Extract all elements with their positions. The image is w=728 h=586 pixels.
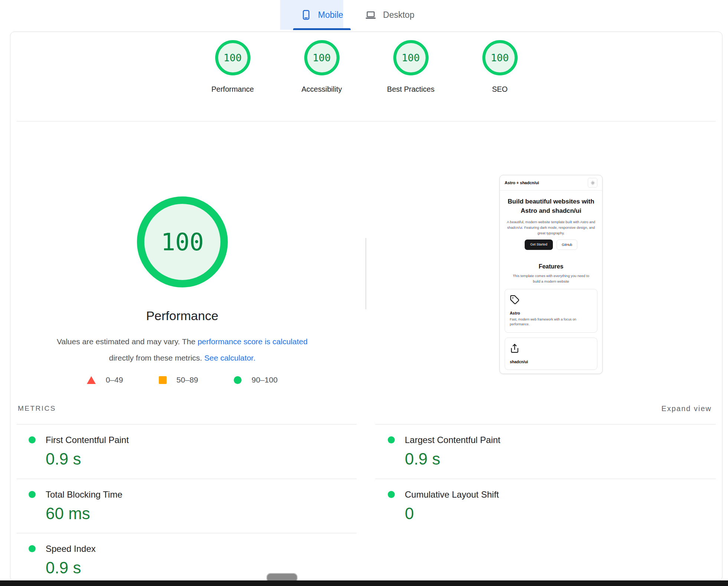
- pass-dot-icon: [29, 545, 36, 552]
- pagespeed-report: Mobile Desktop 100 Performance 100 Acces…: [0, 0, 728, 586]
- divider: [17, 424, 357, 424]
- smartphone-icon: [301, 9, 312, 20]
- legend-average-range: 50–89: [177, 375, 198, 384]
- score-seo-label: SEO: [492, 85, 508, 94]
- active-tab-indicator: [293, 28, 351, 30]
- preview-feature2-name: shadcn/ui: [510, 359, 592, 364]
- disclaimer-text-2: directly from these metrics.: [109, 354, 204, 362]
- divider: [375, 424, 716, 424]
- pass-dot-icon: [29, 491, 36, 498]
- metric-value: 0.9 s: [29, 559, 96, 577]
- device-tabbar: Mobile Desktop: [0, 0, 728, 32]
- legend-fail: 0–49: [87, 375, 123, 384]
- metric-name: Speed Index: [29, 544, 96, 554]
- preview-get-started-button: Get Started: [525, 240, 553, 250]
- metric-speed-index: Speed Index 0.9 s: [29, 544, 96, 577]
- score-accessibility-label: Accessibility: [302, 85, 342, 94]
- preview-hero-text: A beautiful, modern website template bui…: [506, 219, 596, 236]
- pass-dot-icon: [388, 491, 395, 498]
- score-accessibility[interactable]: 100 Accessibility: [277, 40, 366, 94]
- preview-buttons: Get Started GitHub: [500, 240, 602, 250]
- metric-total-blocking-time: Total Blocking Time 60 ms: [29, 489, 122, 523]
- performance-disclaimer: Values are estimated and may vary. The p…: [49, 333, 316, 366]
- metric-value: 0.9 s: [388, 450, 501, 468]
- expand-view-button[interactable]: Expand view: [662, 404, 712, 413]
- metrics-heading: METRICS: [18, 404, 56, 413]
- performance-gauge: 100: [137, 196, 228, 287]
- score-legend: 0–49 50–89 90–100: [34, 375, 331, 384]
- legend-pass: 90–100: [234, 375, 278, 384]
- metric-name: Cumulative Layout Shift: [388, 489, 499, 500]
- preview-features-text: This template comes with everything you …: [510, 273, 592, 284]
- metric-name: Largest Contentful Paint: [388, 435, 501, 445]
- preview-feature-card-shadcn: shadcn/ui: [505, 338, 597, 370]
- report-card: 100 Performance 100 Accessibility 100 Be…: [10, 32, 722, 581]
- preview-feature1-name: Astro: [510, 311, 592, 315]
- tab-desktop-label: Desktop: [383, 10, 414, 20]
- preview-feature1-desc: Fast, modern web framework with a focus …: [510, 317, 592, 327]
- tab-mobile-label: Mobile: [318, 10, 343, 20]
- average-square-icon: [159, 376, 167, 384]
- metric-name: First Contentful Paint: [29, 435, 129, 445]
- disclaimer-line-1: Values are estimated and may vary. The p…: [49, 333, 316, 350]
- laptop-icon: [365, 9, 377, 20]
- divider: [17, 533, 357, 533]
- divider: [375, 479, 716, 479]
- tab-desktop[interactable]: Desktop: [343, 0, 436, 30]
- see-calculator-link[interactable]: See calculator.: [204, 354, 255, 362]
- score-seo[interactable]: 100 SEO: [455, 40, 544, 94]
- legend-fail-range: 0–49: [106, 375, 123, 384]
- metric-cumulative-layout-shift: Cumulative Layout Shift 0: [388, 489, 499, 523]
- legend-average: 50–89: [159, 375, 198, 384]
- pass-dot-icon: [388, 436, 395, 443]
- preview-feature-card-astro: Astro Fast, modern web framework with a …: [505, 289, 597, 333]
- preview-github-button: GitHub: [557, 240, 577, 250]
- score-performance-gauge: 100: [215, 40, 250, 75]
- disclaimer-line-2: directly from these metrics. See calcula…: [49, 350, 316, 366]
- preview-header: Astro + shadcn/ui: [500, 175, 602, 191]
- category-scores-row: 100 Performance 100 Accessibility 100 Be…: [10, 40, 722, 94]
- metric-value: 0.9 s: [29, 450, 129, 468]
- metric-first-contentful-paint: First Contentful Paint 0.9 s: [29, 435, 129, 468]
- preview-hero-title: Build beautiful websites with Astro and …: [504, 197, 599, 215]
- tag-icon: [510, 295, 519, 305]
- divider: [17, 121, 716, 121]
- preview-features-title: Features: [500, 263, 602, 270]
- divider: [17, 479, 357, 479]
- column-divider: [365, 238, 366, 309]
- disclaimer-text: Values are estimated and may vary. The: [57, 337, 197, 346]
- pass-dot-icon: [29, 436, 36, 443]
- share-icon: [510, 344, 519, 353]
- metric-name: Total Blocking Time: [29, 489, 122, 500]
- score-performance-label: Performance: [211, 85, 254, 94]
- score-best-practices-gauge: 100: [393, 40, 429, 75]
- pass-circle-icon: [234, 376, 242, 384]
- fail-triangle-icon: [87, 376, 96, 384]
- legend-pass-range: 90–100: [252, 375, 278, 384]
- metric-value: 0: [388, 504, 499, 523]
- score-best-practices[interactable]: 100 Best Practices: [366, 40, 455, 94]
- score-best-practices-label: Best Practices: [387, 85, 434, 94]
- score-seo-gauge: 100: [482, 40, 518, 75]
- final-screenshot-thumbnail: Astro + shadcn/ui Build beautiful websit…: [499, 175, 603, 374]
- theme-toggle-button: [588, 178, 597, 188]
- score-performance[interactable]: 100 Performance: [188, 40, 277, 94]
- calc-doc-link[interactable]: performance score is calculated: [197, 337, 307, 346]
- preview-site-title: Astro + shadcn/ui: [505, 180, 539, 185]
- bottom-edge-bar: [0, 580, 728, 586]
- performance-section-title: Performance: [34, 309, 331, 323]
- metric-value: 60 ms: [29, 504, 122, 523]
- score-accessibility-gauge: 100: [304, 40, 340, 75]
- metric-largest-contentful-paint: Largest Contentful Paint 0.9 s: [388, 435, 501, 468]
